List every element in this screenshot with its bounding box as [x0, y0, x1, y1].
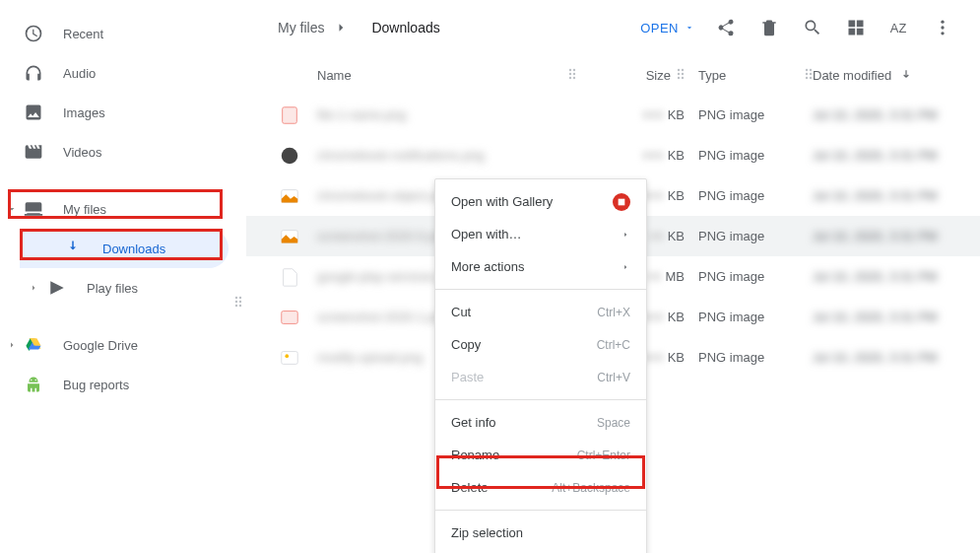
svg-point-9 — [573, 72, 575, 74]
download-icon — [63, 239, 83, 258]
share-button[interactable] — [704, 6, 748, 49]
sidebar-item-playfiles[interactable]: Play files — [0, 268, 246, 308]
file-size: 000KB — [596, 148, 685, 163]
column-type[interactable]: Type — [685, 68, 813, 83]
chevron-down-icon — [685, 23, 694, 33]
svg-point-16 — [678, 76, 680, 78]
trash-icon — [759, 18, 779, 37]
search-icon — [803, 18, 822, 37]
svg-point-21 — [810, 72, 812, 74]
table-row[interactable]: file-1-name.png000KBPNG imageJul 10, 202… — [246, 95, 980, 135]
sidebar-item-label: Videos — [63, 145, 102, 160]
file-type: PNG image — [685, 350, 813, 365]
sidebar-item-label: Bug reports — [63, 378, 129, 392]
ctx-open-gallery[interactable]: Open with Gallery — [435, 185, 646, 218]
ctx-cut[interactable]: CutCtrl+X — [435, 296, 646, 328]
table-row[interactable]: chromebook-notifications.png000KBPNG ima… — [246, 135, 980, 175]
ctx-getinfo[interactable]: Get infoSpace — [435, 406, 646, 439]
sort-button[interactable]: AZ — [878, 6, 921, 49]
file-date: Jul 10, 2020, 3:31 PM — [813, 310, 960, 324]
svg-point-35 — [235, 305, 237, 307]
ctx-open-with[interactable]: Open with… — [435, 218, 646, 250]
view-button[interactable] — [834, 6, 878, 49]
file-date: Jul 10, 2020, 3:31 PM — [813, 269, 960, 284]
play-store-icon — [47, 278, 67, 298]
grid-icon — [846, 18, 866, 37]
column-name[interactable]: Name — [317, 68, 596, 83]
ctx-copy[interactable]: CopyCtrl+C — [435, 328, 646, 361]
file-date: Jul 10, 2020, 3:31 PM — [813, 148, 960, 163]
sidebar-item-bugreports[interactable]: Bug reports — [0, 365, 246, 404]
file-name: chromebook-notifications.png — [317, 148, 596, 163]
chevron-right-icon — [621, 230, 630, 240]
file-date: Jul 10, 2020, 3:31 PM — [813, 188, 960, 203]
more-button[interactable] — [921, 6, 964, 49]
svg-point-34 — [239, 301, 241, 303]
svg-point-14 — [678, 72, 680, 74]
svg-point-6 — [569, 68, 571, 70]
ctx-zip[interactable]: Zip selection — [435, 517, 646, 549]
sidebar-item-label: Recent — [63, 27, 103, 41]
sidebar-item-label: Audio — [63, 66, 96, 81]
table-header: Name Size Type Date modified — [246, 55, 980, 95]
svg-point-23 — [810, 76, 812, 78]
breadcrumb-root[interactable]: My files — [278, 20, 324, 35]
svg-point-12 — [678, 68, 680, 70]
svg-point-4 — [941, 26, 944, 29]
file-type: PNG image — [685, 310, 813, 324]
breadcrumb: My files Downloads — [246, 19, 440, 36]
sidebar-item-label: Downloads — [102, 242, 165, 256]
delete-button[interactable] — [748, 6, 791, 49]
chevron-down-icon — [6, 203, 18, 215]
svg-point-19 — [810, 68, 812, 70]
ctx-more-actions[interactable]: More actions — [435, 250, 646, 283]
file-type: PNG image — [685, 107, 813, 122]
sidebar-item-images[interactable]: Images — [0, 93, 246, 132]
svg-point-13 — [682, 68, 684, 70]
breadcrumb-current: Downloads — [371, 20, 439, 35]
arrow-down-icon — [899, 68, 913, 82]
svg-rect-28 — [282, 311, 298, 323]
file-name: file-1-name.png — [317, 107, 596, 122]
file-type: PNG image — [685, 148, 813, 163]
sidebar-item-videos[interactable]: Videos — [0, 132, 246, 172]
column-size[interactable]: Size — [596, 68, 685, 83]
ctx-rename[interactable]: RenameCtrl+Enter — [435, 439, 646, 471]
chevron-right-icon — [332, 19, 350, 36]
svg-point-31 — [235, 297, 237, 299]
svg-point-18 — [806, 68, 808, 70]
drag-handle-icon — [234, 296, 242, 308]
sidebar-item-gdrive[interactable]: Google Drive — [0, 325, 246, 365]
ctx-wallpaper[interactable]: Set as wallpaper — [435, 549, 646, 553]
ctx-delete[interactable]: DeleteAlt+Backspace — [435, 471, 646, 504]
sidebar-item-label: Google Drive — [63, 338, 138, 353]
svg-point-5 — [941, 32, 944, 35]
file-type-icon — [278, 265, 301, 289]
headphones-icon — [24, 63, 43, 83]
laptop-icon — [24, 199, 43, 219]
file-date: Jul 10, 2020, 3:31 PM — [813, 350, 960, 365]
sidebar-item-myfiles[interactable]: My files — [0, 189, 246, 229]
search-button[interactable] — [791, 6, 834, 49]
sidebar-item-audio[interactable]: Audio — [0, 53, 246, 93]
svg-point-11 — [573, 76, 575, 78]
sidebar-item-downloads[interactable]: Downloads — [20, 229, 229, 268]
column-date[interactable]: Date modified — [813, 68, 960, 83]
svg-point-30 — [285, 354, 289, 358]
drag-handle-icon — [677, 68, 685, 80]
ctx-divider — [435, 289, 646, 290]
image-icon — [24, 103, 43, 122]
ctx-paste: PasteCtrl+V — [435, 361, 646, 393]
open-button[interactable]: OPEN — [630, 15, 704, 41]
file-type: PNG image — [685, 188, 813, 203]
gallery-app-icon — [613, 193, 630, 211]
chevron-right-icon — [28, 282, 39, 294]
sidebar-item-recent[interactable]: Recent — [0, 14, 246, 53]
sidebar-resize-handle[interactable] — [234, 296, 242, 311]
svg-point-0 — [31, 380, 33, 381]
file-type-icon — [278, 306, 301, 329]
chevron-right-icon — [6, 339, 18, 351]
sidebar-item-label: My files — [63, 202, 106, 217]
chevron-right-icon — [621, 262, 630, 272]
ctx-divider — [435, 510, 646, 511]
